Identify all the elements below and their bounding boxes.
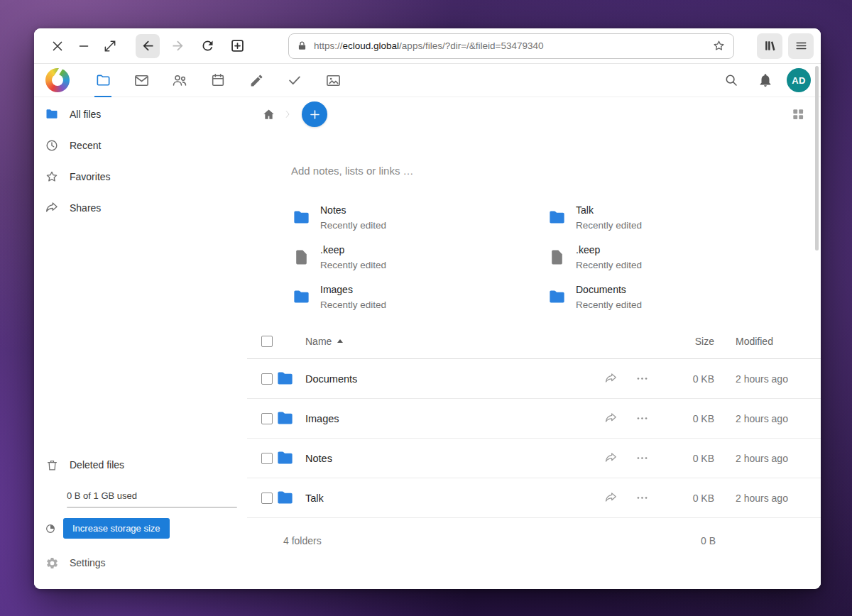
row-checkbox[interactable] <box>261 373 273 385</box>
row-checkbox[interactable] <box>261 453 273 464</box>
url-bar[interactable]: https://ecloud.global/apps/files/?dir=/&… <box>288 33 734 59</box>
storage-usage-text: 0 B of 1 GB used <box>34 490 247 501</box>
actions-menu-button[interactable] <box>635 451 649 465</box>
recent-card-subtitle: Recently edited <box>576 258 642 273</box>
bookmark-star-icon <box>712 39 726 53</box>
table-row[interactable]: Images 0 KB 2 hours ago <box>247 399 821 439</box>
app-navigation <box>84 64 352 97</box>
star-icon <box>45 170 59 184</box>
browser-toolbar: https://ecloud.global/apps/files/?dir=/&… <box>34 28 821 64</box>
file-modified: 2 hours ago <box>736 493 821 504</box>
recent-card-name: Notes <box>320 203 386 219</box>
row-checkbox[interactable] <box>261 413 273 424</box>
share-icon <box>604 412 618 425</box>
file-icon <box>291 248 311 266</box>
nav-files[interactable] <box>84 64 122 97</box>
table-footer: 4 folders 0 B <box>247 518 821 563</box>
recent-card[interactable]: .keepRecently edited <box>547 241 802 274</box>
nav-photos[interactable] <box>314 64 352 97</box>
gear-icon <box>45 556 59 570</box>
library-button[interactable] <box>757 33 782 59</box>
grid-view-icon <box>791 107 805 121</box>
nav-mail[interactable] <box>122 64 160 97</box>
three-dots-icon <box>635 451 649 465</box>
recent-card-name: .keep <box>576 243 642 258</box>
table-row[interactable]: Documents 0 KB 2 hours ago <box>247 359 821 399</box>
share-button[interactable] <box>604 372 618 385</box>
new-tab-icon <box>230 38 245 53</box>
nav-calendar[interactable] <box>199 64 237 97</box>
search-button[interactable] <box>719 67 744 93</box>
sidebar-item-recent[interactable]: Recent <box>34 130 247 161</box>
actions-menu-button[interactable] <box>635 412 649 425</box>
browser-window: https://ecloud.global/apps/files/?dir=/&… <box>34 28 821 589</box>
notifications-button[interactable] <box>753 67 778 93</box>
contacts-icon <box>171 72 188 89</box>
recently-edited-grid: NotesRecently edited TalkRecently edited… <box>291 201 821 314</box>
recent-card[interactable]: .keepRecently edited <box>291 241 547 274</box>
share-button[interactable] <box>604 491 618 505</box>
modified-column-header[interactable]: Modified <box>736 336 821 347</box>
size-column-header[interactable]: Size <box>669 336 714 347</box>
share-button[interactable] <box>604 412 618 425</box>
folder-icon <box>291 208 311 227</box>
storage-usage-bar <box>67 507 237 508</box>
sidebar-item-label: Recent <box>70 140 101 151</box>
sidebar-item-favorites[interactable]: Favorites <box>34 161 247 192</box>
notes-input[interactable] <box>291 160 689 181</box>
recent-card[interactable]: NotesRecently edited <box>291 201 547 234</box>
select-all-checkbox[interactable] <box>261 336 273 347</box>
user-avatar[interactable]: AD <box>787 68 811 92</box>
scrollbar-thumb[interactable] <box>815 66 819 251</box>
sidebar-item-deleted-files[interactable]: Deleted files <box>34 449 247 480</box>
clock-icon <box>45 138 59 153</box>
grid-view-toggle-button[interactable] <box>785 101 811 127</box>
window-close-button[interactable] <box>48 36 67 56</box>
notifications-bell-icon <box>758 72 773 88</box>
table-row[interactable]: Talk 0 KB 2 hours ago <box>247 478 821 518</box>
row-checkbox[interactable] <box>261 493 273 504</box>
trash-icon <box>45 458 59 472</box>
reload-button[interactable] <box>195 34 219 58</box>
forward-button[interactable] <box>165 34 190 58</box>
sidebar-item-label: Favorites <box>70 171 111 182</box>
sidebar-item-all-files[interactable]: All files <box>34 99 247 130</box>
sidebar-item-shares[interactable]: Shares <box>34 192 247 224</box>
name-column-header[interactable]: Name <box>305 336 595 347</box>
folder-icon <box>547 208 567 227</box>
file-size: 0 KB <box>669 373 714 385</box>
new-item-button[interactable] <box>302 101 327 127</box>
recent-card[interactable]: TalkRecently edited <box>547 201 802 234</box>
file-modified: 2 hours ago <box>736 373 821 385</box>
share-button[interactable] <box>604 451 618 465</box>
nav-notes[interactable] <box>237 64 275 97</box>
plus-icon <box>308 108 322 121</box>
file-size: 0 KB <box>669 453 714 464</box>
ecloud-logo[interactable] <box>45 68 70 92</box>
lock-icon <box>296 40 308 52</box>
file-icon <box>547 248 567 266</box>
home-breadcrumb-button[interactable] <box>258 104 279 125</box>
file-name: Notes <box>305 453 595 464</box>
sidebar-item-label: Deleted files <box>70 459 124 471</box>
three-dots-icon <box>635 491 649 505</box>
home-icon <box>262 108 275 121</box>
nav-tasks[interactable] <box>275 64 314 97</box>
increase-storage-button[interactable]: Increase storage size <box>63 518 170 539</box>
bookmark-star-button[interactable] <box>709 37 728 55</box>
nav-contacts[interactable] <box>160 64 199 97</box>
folder-icon <box>275 409 295 428</box>
recent-card[interactable]: ImagesRecently edited <box>291 280 547 314</box>
sidebar-item-label: Shares <box>70 202 101 214</box>
recent-card-subtitle: Recently edited <box>320 258 386 273</box>
sidebar-item-settings[interactable]: Settings <box>34 547 247 578</box>
recent-card[interactable]: DocumentsRecently edited <box>547 280 802 314</box>
back-button[interactable] <box>136 34 160 58</box>
table-row[interactable]: Notes 0 KB 2 hours ago <box>247 439 821 478</box>
new-tab-button[interactable] <box>225 34 249 58</box>
actions-menu-button[interactable] <box>635 491 649 505</box>
menu-button[interactable] <box>788 33 814 59</box>
actions-menu-button[interactable] <box>635 372 649 385</box>
window-maximize-button[interactable] <box>100 36 120 56</box>
window-minimize-button[interactable] <box>74 36 94 56</box>
